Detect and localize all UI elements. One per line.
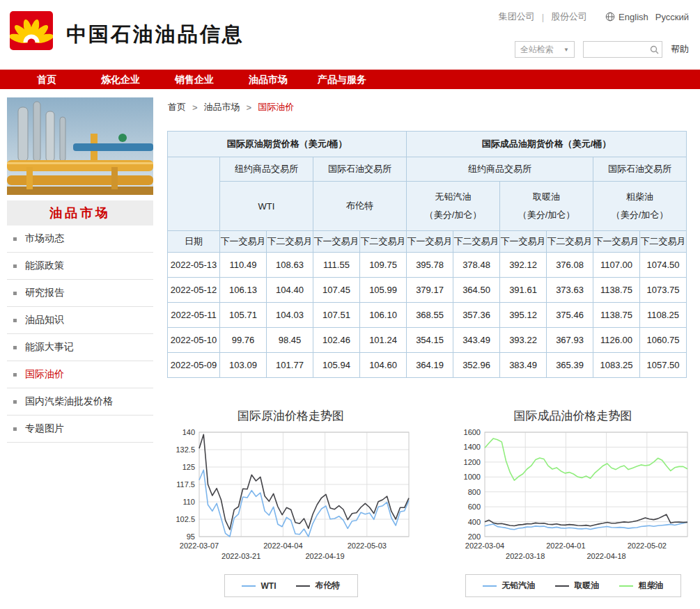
search-scope-dropdown[interactable]: 全站检索 ▼ <box>515 41 575 58</box>
svg-text:132.5: 132.5 <box>176 445 195 454</box>
search-icon[interactable] <box>650 45 659 54</box>
legend-item-2[interactable]: 粗柴油 <box>619 580 664 592</box>
price-cell: 104.40 <box>267 278 313 303</box>
legend-item-1[interactable]: 取暖油 <box>555 580 600 592</box>
product-name: 粗柴油 <box>593 191 686 203</box>
search-box <box>583 41 662 58</box>
sidebar-photo <box>7 97 153 195</box>
table-row: 2022-05-11105.71104.03107.51106.10368.55… <box>168 303 687 328</box>
date-header: 日期 <box>168 231 220 253</box>
sidebar-item-6[interactable]: 国内汽柴油批发价格 <box>7 388 153 416</box>
price-cell: 357.36 <box>453 303 500 328</box>
svg-text:200: 200 <box>468 532 481 541</box>
legend-item-0[interactable]: 无铅汽油 <box>483 580 536 592</box>
group-company-link[interactable]: 集团公司 <box>499 10 535 23</box>
bullet-icon <box>13 427 17 431</box>
top-links-separator: | <box>542 12 544 22</box>
product-unit: （美分/加仑） <box>593 209 686 221</box>
svg-text:2022-04-18: 2022-04-18 <box>586 552 625 560</box>
price-cell: 105.94 <box>313 353 360 378</box>
price-cell: 393.22 <box>500 328 547 353</box>
product-name: 无铅汽油 <box>407 191 499 203</box>
price-cell: 1057.50 <box>640 353 687 378</box>
legend-item-1[interactable]: 布伦特 <box>296 580 341 592</box>
search-input[interactable] <box>584 42 650 56</box>
price-cell: 375.46 <box>547 303 593 328</box>
svg-text:110: 110 <box>182 498 195 506</box>
svg-text:117.5: 117.5 <box>176 480 195 489</box>
svg-text:2022-05-02: 2022-05-02 <box>628 541 667 550</box>
price-cell: 104.60 <box>360 353 407 378</box>
language-russian-link[interactable]: Русский <box>655 12 689 22</box>
price-cell: 364.50 <box>453 278 500 303</box>
exchange-header-2: 纽约商品交易所 <box>407 157 593 182</box>
svg-text:2022-03-18: 2022-03-18 <box>506 552 545 560</box>
row-date: 2022-05-11 <box>168 303 220 328</box>
help-link[interactable]: 帮助 <box>671 43 689 56</box>
nav-item-3[interactable]: 油品市场 <box>231 70 305 89</box>
price-cell: 392.12 <box>500 253 547 278</box>
sidebar-item-label: 市场动态 <box>25 232 64 245</box>
price-cell: 1126.00 <box>593 328 640 353</box>
price-cell: 105.99 <box>360 278 407 303</box>
month-header-second: 下二交易月 <box>547 231 593 253</box>
month-header-next: 下一交易月 <box>500 231 547 253</box>
sidebar-item-1[interactable]: 能源政策 <box>7 253 153 280</box>
legend-swatch-icon <box>296 585 310 587</box>
sidebar-item-7[interactable]: 专题图片 <box>7 416 153 443</box>
price-cell: 368.55 <box>407 303 453 328</box>
table-exchange-row: 纽约商品交易所国际石油交易所纽约商品交易所国际石油交易所 <box>168 157 687 182</box>
nav-item-1[interactable]: 炼化企业 <box>84 70 157 89</box>
product-name: WTI <box>220 201 313 212</box>
price-cell: 107.51 <box>313 303 360 328</box>
row-date: 2022-05-13 <box>168 253 220 278</box>
legend-item-0[interactable]: WTI <box>242 581 277 591</box>
price-cell: 1138.75 <box>593 303 640 328</box>
page: 中国石油油品信息 集团公司 | 股份公司 English Русский 全站检… <box>0 0 700 609</box>
language-english-link[interactable]: English <box>619 12 648 22</box>
breadcrumb-separator: > <box>192 102 198 113</box>
nav-item-0[interactable]: 首页 <box>10 70 84 89</box>
product-header-1: 布伦特 <box>313 182 407 231</box>
price-cell: 108.63 <box>267 253 313 278</box>
sidebar-item-4[interactable]: 能源大事记 <box>7 334 153 361</box>
petrochina-logo <box>10 11 53 50</box>
search-scope-label: 全站检索 <box>520 44 554 56</box>
svg-text:2022-04-01: 2022-04-01 <box>546 541 585 550</box>
sidebar-menu: 市场动态能源政策研究报告油品知识能源大事记国际油价国内汽柴油批发价格专题图片 <box>7 226 153 443</box>
price-cell: 367.93 <box>547 328 593 353</box>
nav-item-2[interactable]: 销售企业 <box>157 70 231 89</box>
sidebar-item-label: 专题图片 <box>25 422 64 435</box>
sidebar-item-label: 国内汽柴油批发价格 <box>25 395 113 408</box>
product-header-2: 无铅汽油（美分/加仑） <box>407 182 500 231</box>
sidebar-item-3[interactable]: 油品知识 <box>7 307 153 334</box>
month-header-next: 下一交易月 <box>407 231 453 253</box>
price-cell: 352.96 <box>453 353 500 378</box>
price-cell: 365.39 <box>547 353 593 378</box>
top-links: 集团公司 | 股份公司 English Русский <box>492 10 689 23</box>
price-cell: 101.77 <box>267 353 313 378</box>
breadcrumb-item-0[interactable]: 首页 <box>168 101 186 113</box>
price-cell: 1138.75 <box>593 278 640 303</box>
svg-text:800: 800 <box>468 488 481 496</box>
sidebar-item-0[interactable]: 市场动态 <box>7 226 153 253</box>
sidebar-item-2[interactable]: 研究报告 <box>7 280 153 307</box>
table-group-header-row: 国际原油期货价格（美元/桶）国际成品油期货价格（美元/桶） <box>168 132 687 157</box>
sidebar-item-label: 能源大事记 <box>25 341 74 354</box>
price-cell: 1060.75 <box>640 328 687 353</box>
refined-chart-title: 国际成品油价格走势图 <box>453 408 693 424</box>
bullet-icon <box>13 346 17 349</box>
price-cell: 101.24 <box>360 328 407 353</box>
bullet-icon <box>13 373 17 377</box>
sidebar-item-5[interactable]: 国际油价 <box>7 361 153 388</box>
price-table: 国际原油期货价格（美元/桶）国际成品油期货价格（美元/桶）纽约商品交易所国际石油… <box>167 131 687 378</box>
svg-text:140: 140 <box>182 428 195 436</box>
month-header-next: 下一交易月 <box>220 231 267 253</box>
price-cell: 1108.25 <box>640 303 687 328</box>
bullet-icon <box>13 264 17 268</box>
product-header-0: WTI <box>220 182 313 231</box>
breadcrumb-item-1[interactable]: 油品市场 <box>204 101 240 113</box>
stock-company-link[interactable]: 股份公司 <box>551 10 587 23</box>
month-header-second: 下二交易月 <box>360 231 407 253</box>
nav-item-4[interactable]: 产品与服务 <box>305 70 379 89</box>
